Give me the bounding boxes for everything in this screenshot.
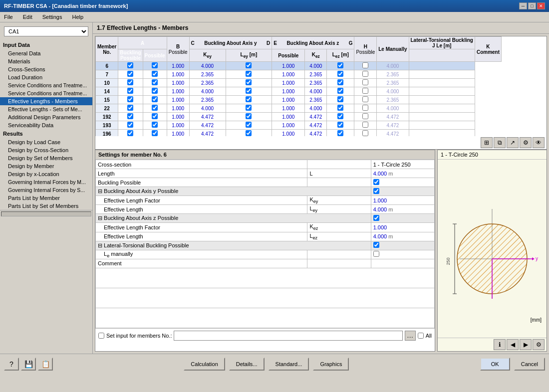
cell-buckling-possible[interactable]: [118, 87, 143, 96]
cell-e-possible[interactable]: [226, 113, 272, 121]
cell-buckling-possible[interactable]: [118, 104, 143, 113]
table-row[interactable]: 101.0002.3651.0002.3652.365: [96, 79, 502, 87]
set-input-checkbox[interactable]: [98, 333, 104, 339]
table-row[interactable]: 151.0002.3651.0002.3652.365: [96, 96, 502, 104]
cell-le-manually[interactable]: [354, 87, 377, 96]
cb-ltb-possible[interactable]: [337, 79, 343, 85]
cell-b-possible[interactable]: [143, 70, 167, 79]
checkbox-le-manually[interactable]: [373, 251, 379, 257]
cell-le-manually[interactable]: [354, 121, 377, 130]
cell-buckling-possible[interactable]: [118, 130, 143, 137]
cb-ltb-possible[interactable]: [337, 96, 343, 102]
cb-buckling-possible[interactable]: [127, 71, 133, 77]
set-input-btn[interactable]: …: [405, 331, 416, 341]
checkbox-axis-y-possible[interactable]: [373, 188, 379, 194]
sidebar-item-governing-forces-m[interactable]: Governing Internal Forces by M...: [0, 178, 92, 186]
set-input-field[interactable]: [174, 331, 402, 341]
cb-le-manually[interactable]: [362, 88, 368, 94]
cell-b-possible[interactable]: [143, 62, 167, 70]
sidebar-item-cross-sections[interactable]: Cross-Sections: [0, 65, 92, 73]
cb-ltb-possible[interactable]: [337, 122, 343, 128]
table-row[interactable]: 1961.0004.4721.0004.4724.472: [96, 130, 502, 137]
table-row[interactable]: 221.0004.0001.0004.0004.000: [96, 104, 502, 113]
all-checkbox[interactable]: [418, 333, 424, 339]
cell-b-possible[interactable]: [143, 130, 167, 137]
cell-e-possible[interactable]: [226, 62, 272, 70]
cb-e-possible[interactable]: [246, 113, 252, 119]
sidebar-item-load-duration[interactable]: Load Duration: [0, 73, 92, 81]
cb-le-manually[interactable]: [362, 79, 368, 85]
sidebar-item-design-cross-section[interactable]: Design by Cross-Section: [0, 146, 92, 154]
cb-b-possible[interactable]: [152, 71, 158, 77]
cell-buckling-possible[interactable]: [118, 79, 143, 87]
cb-b-possible[interactable]: [152, 62, 158, 68]
ok-button[interactable]: OK: [480, 358, 510, 371]
cb-buckling-possible[interactable]: [127, 113, 133, 119]
cell-le-manually[interactable]: [354, 79, 377, 87]
cb-ltb-possible[interactable]: [337, 62, 343, 68]
sidebar-item-additional-design[interactable]: Additional Design Parameters: [0, 113, 92, 121]
cb-e-possible[interactable]: [246, 71, 252, 77]
cb-buckling-possible[interactable]: [127, 122, 133, 128]
checkbox-ltb-possible[interactable]: [373, 242, 379, 248]
table-row[interactable]: 141.0004.0001.0004.0004.000: [96, 87, 502, 96]
cell-e-possible[interactable]: [226, 96, 272, 104]
cell-e-possible[interactable]: [226, 70, 272, 79]
cb-le-manually[interactable]: [362, 130, 368, 136]
cell-ltb-possible[interactable]: [327, 62, 354, 70]
cb-e-possible[interactable]: [246, 79, 252, 85]
menu-settings[interactable]: Settings: [40, 13, 64, 21]
cb-buckling-possible[interactable]: [127, 62, 133, 68]
cell-le-manually[interactable]: [354, 70, 377, 79]
sidebar-item-materials[interactable]: Materials: [0, 57, 92, 65]
cancel-button[interactable]: Cancel: [514, 358, 545, 371]
bottom-icon-btn-2[interactable]: 💾: [21, 358, 36, 371]
cb-ltb-possible[interactable]: [337, 130, 343, 136]
menu-help[interactable]: Help: [70, 13, 85, 21]
table-row[interactable]: 61.0004.0001.0004.0004.000: [96, 62, 502, 70]
cb-buckling-possible[interactable]: [127, 105, 133, 111]
sidebar-item-design-load-case[interactable]: Design by Load Case: [0, 138, 92, 146]
cell-ltb-possible[interactable]: [327, 113, 354, 121]
cb-le-manually[interactable]: [362, 96, 368, 102]
cell-e-possible[interactable]: [226, 79, 272, 87]
cell-le-manually[interactable]: [354, 96, 377, 104]
cb-b-possible[interactable]: [152, 96, 158, 102]
cell-buckling-possible[interactable]: [118, 62, 143, 70]
cb-le-manually[interactable]: [362, 62, 368, 68]
toolbar-btn-3[interactable]: ↗: [507, 137, 519, 148]
calculation-button[interactable]: Calculation: [184, 358, 225, 371]
preview-btn-settings[interactable]: ⚙: [533, 339, 545, 350]
cb-e-possible[interactable]: [246, 105, 252, 111]
sidebar-item-parts-list-set[interactable]: Parts List by Set of Members: [0, 202, 92, 210]
checkbox-buckling-possible[interactable]: [373, 179, 379, 185]
cell-le-manually[interactable]: [354, 130, 377, 137]
case-dropdown[interactable]: CA1: [4, 26, 88, 36]
cell-e-possible[interactable]: [226, 104, 272, 113]
cb-buckling-possible[interactable]: [127, 88, 133, 94]
cell-b-possible[interactable]: [143, 87, 167, 96]
cell-le-manually[interactable]: [354, 62, 377, 70]
minimize-button[interactable]: ─: [519, 2, 527, 9]
details-button[interactable]: Details...: [229, 358, 265, 371]
cb-b-possible[interactable]: [152, 113, 158, 119]
cb-b-possible[interactable]: [152, 130, 158, 136]
cb-le-manually[interactable]: [362, 122, 368, 128]
cb-b-possible[interactable]: [152, 88, 158, 94]
cb-ltb-possible[interactable]: [337, 113, 343, 119]
cb-e-possible[interactable]: [246, 88, 252, 94]
cb-b-possible[interactable]: [152, 105, 158, 111]
toolbar-btn-2[interactable]: ⧉: [494, 137, 506, 148]
close-button[interactable]: ✕: [537, 2, 545, 9]
cb-buckling-possible[interactable]: [127, 96, 133, 102]
cell-ltb-possible[interactable]: [327, 121, 354, 130]
sidebar-item-governing-forces-s[interactable]: Governing Internal Forces by S...: [0, 186, 92, 194]
cell-le-manually[interactable]: [354, 113, 377, 121]
toolbar-btn-4[interactable]: ⚙: [520, 137, 532, 148]
cell-b-possible[interactable]: [143, 79, 167, 87]
cell-buckling-possible[interactable]: [118, 121, 143, 130]
cb-buckling-possible[interactable]: [127, 79, 133, 85]
sidebar-item-service-2[interactable]: Service Conditions and Treatme...: [0, 89, 92, 97]
table-row[interactable]: 71.0002.3651.0002.3652.365: [96, 70, 502, 79]
sidebar-item-design-member[interactable]: Design by Member: [0, 162, 92, 170]
